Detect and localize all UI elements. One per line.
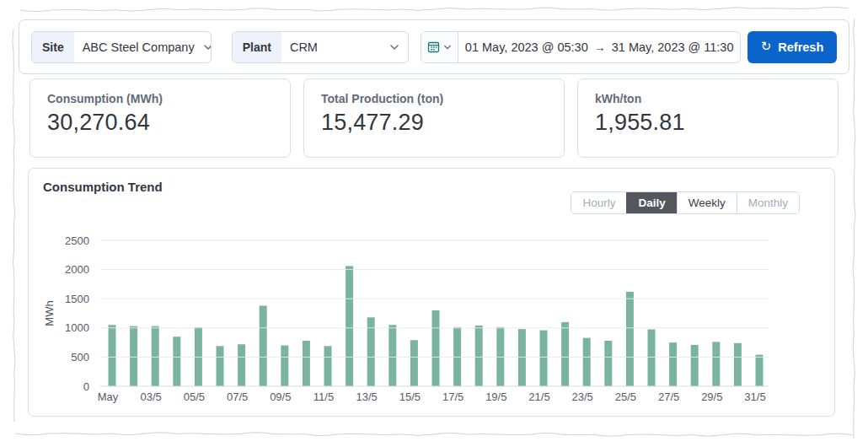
x-tick-label: 15/5 <box>399 390 421 403</box>
site-select-value: ABC Steel Company <box>74 40 203 54</box>
refresh-icon: ↻ <box>761 39 772 54</box>
y-tick-label: 1500 <box>65 293 89 305</box>
x-tick-label: 19/5 <box>485 390 506 403</box>
bar-26/5 <box>648 330 656 387</box>
date-range-picker: 01 May, 2023 @ 05:30 → 31 May, 2023 @ 11… <box>421 31 741 63</box>
bar-03/5 <box>152 326 159 386</box>
kpi-card-kwh-per-ton: kWh/ton 1,955.81 <box>577 78 839 158</box>
site-select-label: Site <box>32 32 74 62</box>
date-range-display[interactable]: 01 May, 2023 @ 05:30 → 31 May, 2023 @ 11… <box>458 32 740 62</box>
x-tick-label: 21/5 <box>528 390 549 403</box>
bar-31/5 <box>756 355 764 386</box>
date-range-start[interactable]: 01 May, 2023 @ 05:30 <box>465 40 588 54</box>
kpi-label: Consumption (MWh) <box>47 92 273 105</box>
bar-02/5 <box>130 326 137 386</box>
refresh-button[interactable]: ↻ Refresh <box>747 31 837 63</box>
y-tick-label: 0 <box>83 380 89 393</box>
x-tick-label: 27/5 <box>658 390 679 403</box>
bar-15/5 <box>410 340 418 386</box>
bar-20/5 <box>518 329 526 386</box>
plant-select[interactable]: Plant CRM <box>232 31 410 63</box>
bar-06/5 <box>217 346 224 386</box>
bar-18/5 <box>475 326 483 386</box>
bar-10/5 <box>303 341 310 386</box>
chevron-down-icon <box>203 42 212 52</box>
bar-11/5 <box>324 346 332 386</box>
bar-16/5 <box>432 310 440 386</box>
y-tick-label: 1000 <box>65 321 89 334</box>
bar-04/5 <box>173 337 180 386</box>
kpi-value: 15,477.29 <box>321 110 547 136</box>
x-tick-label: 29/5 <box>701 390 722 403</box>
chevron-down-icon <box>389 42 399 52</box>
kpi-value: 1,955.81 <box>595 110 821 136</box>
x-tick-label: 11/5 <box>313 390 334 403</box>
bar-07/5 <box>238 344 245 386</box>
bar-21/5 <box>540 331 548 386</box>
x-tick-label: 03/5 <box>141 390 162 403</box>
filter-bar: Site ABC Steel Company Plant CRM <box>19 19 849 74</box>
kpi-label: Total Production (ton) <box>321 92 547 105</box>
bar-29/5 <box>712 342 720 386</box>
x-tick-label: 07/5 <box>227 390 248 403</box>
kpi-card-total-production: Total Production (ton) 15,477.29 <box>303 78 565 158</box>
chevron-down-icon <box>443 43 452 51</box>
consumption-trend-chart: 05001000150020002500May03/505/507/509/51… <box>29 169 836 417</box>
x-tick-label: 25/5 <box>615 390 636 403</box>
x-tick-label: 23/5 <box>572 390 593 403</box>
x-tick-label: 09/5 <box>270 390 291 403</box>
bar-01/5 <box>109 325 116 386</box>
bar-25/5 <box>626 292 634 386</box>
y-axis-title: MWh <box>43 300 56 326</box>
site-select[interactable]: Site ABC Steel Company <box>31 31 212 63</box>
x-tick-label: May <box>98 390 119 403</box>
date-range-end[interactable]: 31 May, 2023 @ 11:30 <box>612 40 734 54</box>
bar-24/5 <box>604 341 612 386</box>
x-tick-label: 31/5 <box>744 390 765 403</box>
bar-23/5 <box>583 338 591 386</box>
y-tick-label: 500 <box>71 351 89 364</box>
kpi-value: 30,270.64 <box>47 110 273 136</box>
x-tick-label: 13/5 <box>356 390 378 403</box>
date-quick-select-button[interactable] <box>421 32 458 62</box>
bar-09/5 <box>281 346 288 386</box>
bar-27/5 <box>669 342 677 386</box>
bar-30/5 <box>734 343 742 386</box>
bar-22/5 <box>561 322 569 386</box>
y-tick-label: 2500 <box>65 234 89 247</box>
consumption-trend-panel: Consumption Trend HourlyDailyWeeklyMonth… <box>28 168 835 417</box>
bar-28/5 <box>691 345 699 386</box>
plant-select-label: Plant <box>233 32 281 62</box>
calendar-icon <box>427 40 440 53</box>
bar-08/5 <box>260 306 267 387</box>
date-range-arrow: → <box>594 40 606 54</box>
y-tick-label: 2000 <box>65 263 89 276</box>
plant-select-value: CRM <box>281 40 389 54</box>
x-tick-label: 05/5 <box>184 390 205 403</box>
energy-dashboard: Site ABC Steel Company Plant CRM <box>0 0 868 447</box>
kpi-card-consumption: Consumption (MWh) 30,270.64 <box>29 78 291 158</box>
bar-12/5 <box>346 266 353 386</box>
bar-14/5 <box>388 325 396 386</box>
kpi-row: Consumption (MWh) 30,270.64 Total Produc… <box>29 78 839 158</box>
refresh-button-label: Refresh <box>778 40 823 54</box>
kpi-label: kWh/ton <box>595 92 821 105</box>
x-tick-label: 17/5 <box>442 390 463 403</box>
